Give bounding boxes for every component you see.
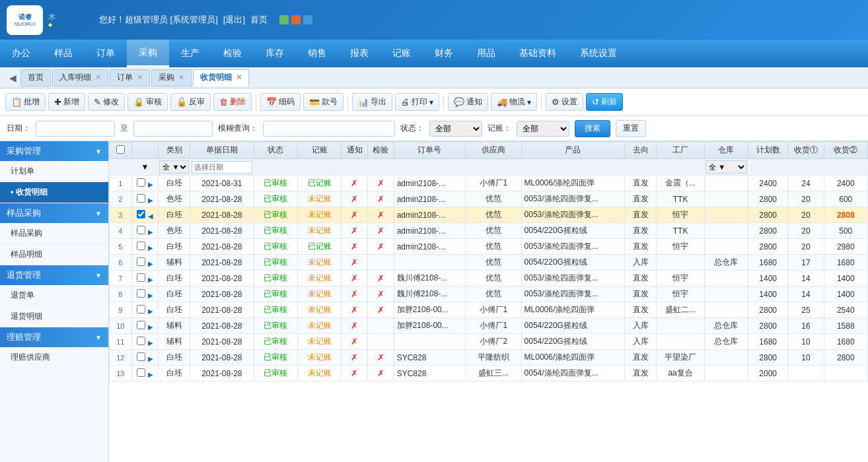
col-type: 类别	[158, 142, 190, 159]
nav-item-inventory[interactable]: 库存	[254, 40, 296, 67]
sidebar-item-sample-detail[interactable]: 样品明细	[0, 244, 108, 265]
nav-item-sample[interactable]: 样品	[42, 40, 85, 67]
table-row: 2 ▶ 色坯 2021-08-28 已审核 未记账 ✗ ✗ admin2108-…	[110, 191, 868, 207]
nav-item-report[interactable]: 报表	[338, 40, 380, 67]
table-row: 4 ▶ 色坯 2021-08-28 已审核 未记账 ✗ ✗ admin2108-…	[110, 223, 868, 239]
expand-icon[interactable]: ▶	[148, 244, 153, 251]
state-select[interactable]: 全部	[429, 121, 482, 137]
sidebar-item-receive[interactable]: 收货明细	[0, 182, 108, 203]
sidebar-item-return-order[interactable]: 退货单	[0, 285, 108, 306]
close-icon[interactable]: ✕	[178, 73, 184, 82]
row-product: ML0006/涤纶四面弹	[521, 176, 625, 191]
print-button[interactable]: 🖨 打印▾	[395, 93, 439, 111]
tab-receive-detail[interactable]: 收货明细 ✕	[193, 69, 249, 86]
expand-icon[interactable]: ▶	[148, 323, 153, 331]
nav-item-sales[interactable]: 销售	[296, 40, 338, 67]
nav-item-settings[interactable]: 系统设置	[568, 40, 629, 67]
edit-button[interactable]: ✎ 修改	[88, 93, 125, 111]
row-plan: 1680	[748, 334, 788, 350]
close-icon[interactable]: ✕	[95, 73, 101, 82]
sidebar-collapse-btn[interactable]: ◀	[108, 349, 109, 373]
notify-button[interactable]: 💬 通知	[448, 93, 488, 111]
row-checkbox[interactable]	[137, 273, 145, 282]
expand-icon[interactable]: ▶	[148, 355, 153, 362]
nav-item-ledger[interactable]: 记账	[380, 40, 423, 67]
row-checkbox[interactable]	[137, 368, 145, 377]
date-start-input[interactable]	[36, 121, 115, 137]
nav-item-basedata[interactable]: 基础资料	[507, 40, 568, 67]
select-all-checkbox[interactable]	[116, 145, 125, 154]
filter-type-select[interactable]: 全 ▼	[159, 160, 188, 174]
row-checkbox[interactable]	[137, 257, 145, 266]
row-factory	[657, 334, 704, 350]
search-button[interactable]: 搜索	[575, 120, 610, 137]
expand-icon[interactable]: ▶	[148, 371, 153, 378]
row-checkbox[interactable]	[137, 337, 145, 345]
reset-button[interactable]: 重置	[616, 120, 646, 137]
nav-item-order[interactable]: 订单	[85, 40, 127, 67]
row-rec2: 1680	[824, 255, 867, 271]
new-button[interactable]: ✚ 新增	[48, 93, 85, 111]
export-button[interactable]: 📊 导出	[352, 93, 392, 111]
delete-button[interactable]: 🗑 删除	[213, 93, 252, 111]
close-icon[interactable]: ✕	[137, 73, 143, 82]
audit-button[interactable]: 🔒 审核	[127, 93, 168, 111]
sidebar-header-return[interactable]: 退货管理 ▼	[0, 265, 108, 285]
expand-icon[interactable]: ▶	[148, 181, 153, 188]
nav-item-finance[interactable]: 财务	[423, 40, 465, 67]
table-row: 5 ▶ 白坯 2021-08-28 已审核 已记账 ✗ ✗ admin2108-…	[110, 239, 868, 255]
expand-icon[interactable]: ▶	[148, 228, 153, 236]
refresh-button[interactable]: ↺ 刷新	[586, 93, 623, 111]
close-icon[interactable]: ✕	[236, 73, 242, 82]
settings-button[interactable]: ⚙ 设置	[546, 93, 583, 111]
logout-link[interactable]: [退出]	[223, 14, 245, 26]
filter-warehouse-select[interactable]: 全 ▼	[705, 160, 746, 174]
sidebar-item-return-detail[interactable]: 退货明细	[0, 306, 108, 327]
tab-order[interactable]: 订单 ✕	[110, 69, 150, 86]
logistics-button[interactable]: 🚚 物流▾	[491, 93, 537, 111]
row-direction: 直发	[625, 223, 657, 239]
sidebar-header-claim[interactable]: 理赔管理 ▼	[0, 327, 108, 347]
home-link[interactable]: 首页	[250, 14, 268, 26]
sidebar-item-sample-purchase[interactable]: 样品采购	[0, 223, 108, 244]
row-checkbox[interactable]	[137, 194, 145, 203]
tab-purchase[interactable]: 采购 ✕	[151, 69, 192, 86]
sidebar-header-purchase[interactable]: 采购管理 ▼	[0, 141, 108, 161]
nav-item-office[interactable]: 办公	[0, 40, 42, 67]
unaudit-button[interactable]: 🔓 反审	[170, 93, 211, 111]
expand-icon[interactable]: ▶	[148, 339, 153, 346]
expand-icon[interactable]: ▶	[148, 197, 153, 204]
expand-icon[interactable]: ▶	[148, 276, 153, 283]
expand-icon[interactable]: ◀	[148, 213, 153, 220]
nav-item-purchase[interactable]: 采购	[127, 40, 169, 67]
row-checkbox[interactable]	[137, 352, 145, 361]
ledger-select[interactable]: 全部	[517, 121, 569, 137]
expand-icon[interactable]: ▶	[148, 292, 153, 299]
sidebar-item-plan[interactable]: 计划单	[0, 161, 108, 182]
row-checkbox[interactable]	[137, 242, 145, 250]
sidebar-header-sample[interactable]: 样品采购 ▼	[0, 203, 108, 223]
tab-warehouse-detail[interactable]: 入库明细 ✕	[52, 69, 108, 86]
row-checkbox[interactable]	[137, 178, 145, 187]
date-end-input[interactable]	[133, 121, 213, 137]
payment-button[interactable]: 💳 款号	[303, 93, 344, 111]
row-checkbox[interactable]	[137, 210, 145, 218]
filter-date-btn[interactable]: 选择日期	[192, 161, 252, 174]
row-checkbox[interactable]	[137, 305, 145, 314]
row-checkbox[interactable]	[137, 289, 145, 298]
batch-add-button[interactable]: 📋 批增	[5, 93, 46, 111]
expand-icon[interactable]: ▶	[148, 308, 153, 315]
fuzzy-input[interactable]	[263, 121, 395, 137]
barcode-button[interactable]: 📅 细码	[260, 93, 301, 111]
expand-icon[interactable]: ▶	[148, 260, 153, 267]
check-x-icon: ✗	[377, 273, 384, 283]
tab-home[interactable]: 首页	[20, 69, 51, 86]
row-booking: 未记账	[297, 334, 341, 350]
nav-item-production[interactable]: 生产	[169, 40, 211, 67]
tab-nav-left[interactable]: ◀	[5, 71, 20, 84]
nav-item-supplies[interactable]: 用品	[465, 40, 507, 67]
row-checkbox[interactable]	[137, 321, 145, 329]
nav-item-inspection[interactable]: 检验	[211, 40, 254, 67]
row-checkbox[interactable]	[137, 226, 145, 234]
sidebar-item-claim-supplier[interactable]: 理赔供应商	[0, 347, 108, 368]
